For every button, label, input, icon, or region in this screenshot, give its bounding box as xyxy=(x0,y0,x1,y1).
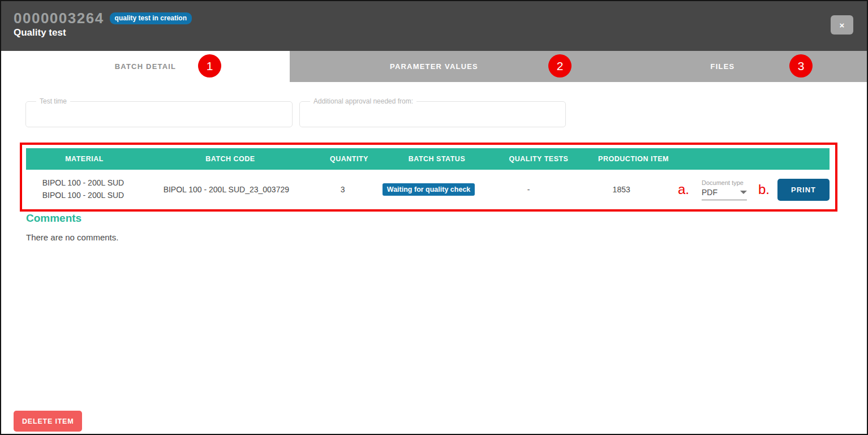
batch-table: MATERIAL BATCH CODE QUANTITY BATCH STATU… xyxy=(26,148,830,209)
close-button[interactable]: × xyxy=(831,15,853,35)
material-line-1: BIPOL 100 - 200L SUD xyxy=(26,177,140,189)
tab-label: FILES xyxy=(711,62,735,71)
tab-label: BATCH DETAIL xyxy=(115,62,177,71)
batch-code-cell: BIPOL 100 - 200L SUD_23_003729 xyxy=(140,185,312,194)
annotation-letter-b: b. xyxy=(758,183,770,196)
quality-tests-cell: - xyxy=(484,185,573,194)
print-button[interactable]: PRINT xyxy=(777,179,830,201)
table-header-row: MATERIAL BATCH CODE QUANTITY BATCH STATU… xyxy=(26,148,830,170)
row-actions-cell: a. Document type PDF b. PRINT xyxy=(670,179,830,201)
production-item-cell: 1853 xyxy=(573,185,670,194)
comments-heading: Comments xyxy=(26,212,81,225)
column-header-quality-tests: QUALITY TESTS xyxy=(493,155,584,163)
delete-item-button[interactable]: DELETE ITEM xyxy=(14,411,82,432)
tab-bar: BATCH DETAIL PARAMETER VALUES FILES xyxy=(1,51,867,82)
column-header-material: MATERIAL xyxy=(26,155,143,163)
test-time-input[interactable] xyxy=(33,105,285,118)
order-number: 0000003264 xyxy=(14,11,104,25)
additional-approval-label: Additional approval needed from: xyxy=(310,98,416,105)
batch-status-chip: Waiting for quality check xyxy=(383,183,475,196)
material-cell: BIPOL 100 - 200L SUD BIPOL 100 - 200L SU… xyxy=(26,177,140,201)
annotation-circle-1: 1 xyxy=(198,54,221,77)
order-line: 0000003264 quality test in creation xyxy=(14,11,853,25)
column-header-batch-status: BATCH STATUS xyxy=(380,155,493,163)
column-header-quantity: QUANTITY xyxy=(318,155,380,163)
tab-files[interactable]: FILES xyxy=(578,51,867,82)
page-title: Quality test xyxy=(14,27,853,38)
tab-batch-detail[interactable]: BATCH DETAIL xyxy=(1,51,290,82)
test-time-label: Test time xyxy=(36,98,70,105)
column-header-production-item: PRODUCTION ITEM xyxy=(584,155,683,163)
document-type-label: Document type xyxy=(702,179,747,186)
material-line-2: BIPOL 100 - 200L SUD xyxy=(26,189,140,202)
column-header-batch-code: BATCH CODE xyxy=(143,155,318,163)
test-time-field[interactable]: Test time xyxy=(25,98,293,127)
additional-approval-field[interactable]: Additional approval needed from: xyxy=(299,98,566,127)
document-type-value: PDF xyxy=(702,188,717,197)
comments-empty-text: There are no comments. xyxy=(26,232,118,242)
annotation-circle-3: 3 xyxy=(789,54,813,77)
document-type-select[interactable]: Document type PDF xyxy=(702,179,747,200)
annotation-circle-2: 2 xyxy=(548,54,571,77)
annotation-letter-a: a. xyxy=(678,183,689,196)
quantity-cell: 3 xyxy=(312,185,373,194)
tab-label: PARAMETER VALUES xyxy=(390,62,478,71)
chevron-down-icon xyxy=(740,191,747,194)
additional-approval-input[interactable] xyxy=(307,105,558,118)
modal-header: 0000003264 quality test in creation Qual… xyxy=(1,1,867,51)
table-row: BIPOL 100 - 200L SUD BIPOL 100 - 200L SU… xyxy=(26,170,830,209)
close-icon: × xyxy=(840,20,845,30)
status-badge: quality test in creation xyxy=(110,12,192,24)
tab-parameter-values[interactable]: PARAMETER VALUES xyxy=(290,51,578,82)
document-type-value-row[interactable]: PDF xyxy=(702,188,747,200)
batch-status-cell: Waiting for quality check xyxy=(373,183,484,196)
quality-test-modal: 0000003264 quality test in creation Qual… xyxy=(0,0,868,435)
